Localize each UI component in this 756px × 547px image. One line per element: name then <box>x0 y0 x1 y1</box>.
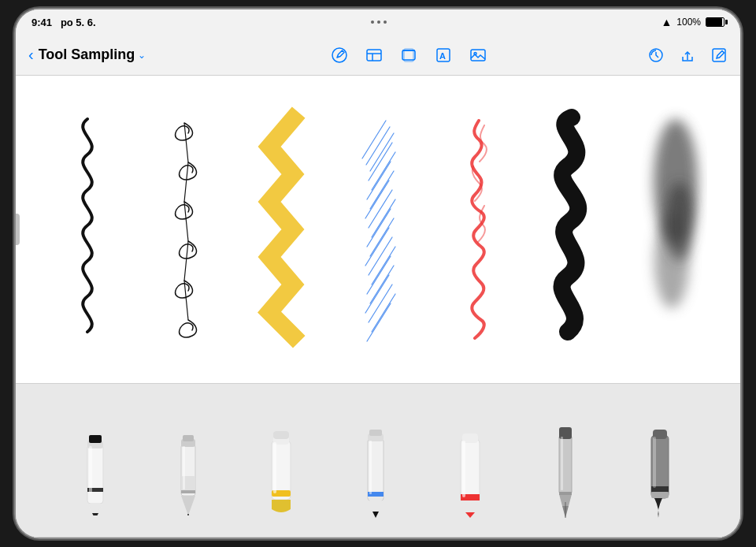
crayon-stroke-sample <box>435 103 514 355</box>
edit-icon[interactable] <box>710 47 728 64</box>
canvas-area <box>16 76 740 383</box>
svg-rect-28 <box>181 490 195 493</box>
status-right: ▲ 100% <box>661 16 724 28</box>
svg-point-16 <box>665 182 694 261</box>
svg-point-0 <box>332 48 346 62</box>
panel-icon[interactable] <box>365 47 383 64</box>
svg-rect-1 <box>367 50 381 61</box>
svg-text:A: A <box>439 51 446 61</box>
title-dropdown-icon[interactable]: ⌄ <box>138 50 146 61</box>
svg-rect-42 <box>369 430 382 436</box>
svg-rect-9 <box>471 50 485 61</box>
strokes-container <box>16 76 740 383</box>
colored-pencil-tool[interactable] <box>352 404 399 518</box>
wifi-icon: ▲ <box>661 16 672 28</box>
text-icon[interactable]: A <box>435 47 452 64</box>
toolbar: ‹ Tool Sampling ⌄ <box>16 35 740 76</box>
pen-tool[interactable] <box>167 405 210 515</box>
crayon-tool[interactable] <box>445 404 496 518</box>
svg-rect-57 <box>651 492 669 498</box>
marker-tool[interactable] <box>256 405 307 515</box>
battery-icon <box>706 17 724 27</box>
svg-rect-59 <box>653 437 656 488</box>
share-icon[interactable] <box>679 47 696 64</box>
status-center-dots <box>371 20 387 24</box>
pencil-stroke-sample <box>48 103 127 355</box>
svg-rect-43 <box>369 441 372 494</box>
toolbar-right <box>647 47 728 64</box>
airbrush-stroke-sample <box>628 103 707 355</box>
svg-marker-39 <box>368 497 384 514</box>
layers-icon[interactable] <box>400 47 417 64</box>
fountain-pen-tool[interactable] <box>542 404 589 518</box>
pencil-circle-icon[interactable] <box>331 47 348 64</box>
svg-rect-23 <box>89 446 92 493</box>
colored-pencil-stroke-sample <box>339 103 417 355</box>
svg-marker-40 <box>372 512 379 518</box>
pencil-tool[interactable] <box>70 405 121 515</box>
toolbar-left: ‹ Tool Sampling ⌄ <box>28 46 170 64</box>
ipad-frame: 9:41 po 5. 6. ▲ 100% ‹ Tool Sampling ⌄ <box>16 9 740 538</box>
svg-rect-31 <box>183 446 185 489</box>
bottom-bar: 150 % <box>16 537 740 538</box>
back-button[interactable]: ‹ <box>28 46 34 64</box>
svg-marker-19 <box>92 513 98 515</box>
svg-rect-30 <box>183 435 194 441</box>
svg-rect-54 <box>561 437 563 490</box>
toolbar-center: A <box>170 47 647 64</box>
svg-marker-47 <box>465 512 475 518</box>
side-handle[interactable] <box>16 214 20 245</box>
history-icon[interactable] <box>647 47 665 64</box>
image-icon[interactable] <box>469 47 487 64</box>
svg-rect-13 <box>713 49 725 61</box>
brush-tool[interactable] <box>635 404 686 518</box>
svg-rect-35 <box>273 431 289 439</box>
marker-stroke-sample <box>242 103 321 355</box>
title-group: Tool Sampling ⌄ <box>39 47 146 63</box>
status-bar: 9:41 po 5. 6. ▲ 100% <box>16 9 740 35</box>
svg-marker-26 <box>181 496 195 515</box>
svg-rect-53 <box>559 492 572 495</box>
brush-stroke-sample <box>532 103 611 355</box>
document-title: Tool Sampling <box>39 47 135 63</box>
pen-stroke-sample <box>145 103 224 355</box>
svg-rect-22 <box>89 435 102 443</box>
svg-rect-36 <box>273 442 276 493</box>
svg-rect-49 <box>462 441 465 497</box>
tools-panel <box>16 383 740 537</box>
status-time-date: 9:41 po 5. 6. <box>32 17 96 28</box>
